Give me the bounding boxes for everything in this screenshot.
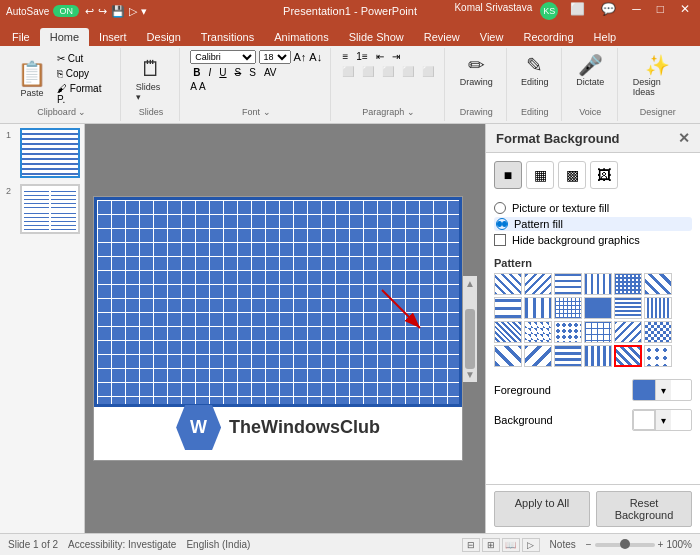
undo-icon[interactable]: ↩ <box>85 5 94 18</box>
pattern-15[interactable] <box>554 321 582 343</box>
underline-button[interactable]: U <box>216 66 229 79</box>
italic-button[interactable]: I <box>206 66 215 79</box>
pattern-r2[interactable] <box>524 345 552 367</box>
pattern-6[interactable] <box>644 273 672 295</box>
tab-recording[interactable]: Recording <box>513 28 583 46</box>
fill-gradient-icon-btn[interactable]: ▦ <box>526 161 554 189</box>
pattern-5[interactable] <box>614 273 642 295</box>
zoom-track[interactable] <box>595 543 655 547</box>
bold-button[interactable]: B <box>190 66 203 79</box>
reset-background-button[interactable]: Reset Background <box>596 491 692 527</box>
close-button[interactable]: ✕ <box>676 2 694 20</box>
pattern-17[interactable] <box>614 321 642 343</box>
tab-insert[interactable]: Insert <box>89 28 137 46</box>
bullets-button[interactable]: ≡ <box>339 50 351 63</box>
zoom-thumb[interactable] <box>620 539 630 549</box>
pattern-18[interactable] <box>644 321 672 343</box>
charspacing-button[interactable]: AV <box>261 66 280 79</box>
pattern-2[interactable] <box>524 273 552 295</box>
radio-pattern-fill[interactable] <box>496 218 508 230</box>
tab-help[interactable]: Help <box>584 28 627 46</box>
pattern-3[interactable] <box>554 273 582 295</box>
pattern-12[interactable] <box>644 297 672 319</box>
tab-animations[interactable]: Animations <box>264 28 338 46</box>
present-icon[interactable]: ▷ <box>129 5 137 18</box>
zoom-out-button[interactable]: − <box>586 539 592 550</box>
maximize-button[interactable]: □ <box>653 2 668 20</box>
font-size-select[interactable]: 18 <box>259 50 291 64</box>
font-family-select[interactable]: Calibri <box>190 50 255 64</box>
columns-button[interactable]: ⬜ <box>419 65 437 78</box>
slide-2-thumbnail[interactable] <box>20 184 80 234</box>
pattern-8[interactable] <box>524 297 552 319</box>
align-right-button[interactable]: ⬜ <box>379 65 397 78</box>
tab-transitions[interactable]: Transitions <box>191 28 264 46</box>
cut-button[interactable]: ✂ Cut <box>54 52 112 65</box>
format-painter-button[interactable]: 🖌 Format P. <box>54 82 112 106</box>
autosave-toggle[interactable]: ON <box>53 5 79 17</box>
increase-font-button[interactable]: A↑ <box>294 51 307 63</box>
dropdown-icon[interactable]: ▾ <box>141 5 147 18</box>
reading-view-button[interactable]: 📖 <box>502 538 520 552</box>
canvas-scrollbar[interactable]: ▲ ▼ <box>463 276 477 382</box>
foreground-dropdown-icon[interactable]: ▾ <box>655 380 671 400</box>
align-left-button[interactable]: ⬜ <box>339 65 357 78</box>
pattern-1[interactable] <box>494 273 522 295</box>
radio-picture-texture[interactable] <box>494 202 506 214</box>
editing-button[interactable]: ✎ Editing <box>516 50 554 90</box>
pattern-16[interactable] <box>584 321 612 343</box>
shadow-button[interactable]: S <box>246 66 259 79</box>
drawing-button[interactable]: ✏ Drawing <box>455 50 498 90</box>
pattern-9[interactable] <box>554 297 582 319</box>
normal-view-button[interactable]: ⊟ <box>462 538 480 552</box>
pattern-4[interactable] <box>584 273 612 295</box>
pattern-r4[interactable] <box>584 345 612 367</box>
pattern-13[interactable] <box>494 321 522 343</box>
share-button[interactable]: ⬜ <box>566 2 589 20</box>
decrease-font-button[interactable]: A↓ <box>309 51 322 63</box>
pattern-7[interactable] <box>494 297 522 319</box>
new-slide-button[interactable]: 🗒 Slides ▾ <box>131 53 172 105</box>
tab-view[interactable]: View <box>470 28 514 46</box>
slideshow-button[interactable]: ▷ <box>522 538 540 552</box>
tab-home[interactable]: Home <box>40 28 89 46</box>
pattern-r6[interactable] <box>644 345 672 367</box>
apply-to-all-button[interactable]: Apply to All <box>494 491 590 527</box>
foreground-color-picker[interactable]: ▾ <box>632 379 692 401</box>
save-icon[interactable]: 💾 <box>111 5 125 18</box>
background-dropdown-icon[interactable]: ▾ <box>655 410 671 430</box>
pattern-r5[interactable] <box>614 345 642 367</box>
strikethrough-button[interactable]: S <box>232 66 245 79</box>
fill-pattern-icon-btn[interactable]: ▩ <box>558 161 586 189</box>
panel-close-button[interactable]: ✕ <box>678 130 690 146</box>
numbering-button[interactable]: 1≡ <box>353 50 370 63</box>
increase-indent-button[interactable]: ⇥ <box>389 50 403 63</box>
slide-sorter-button[interactable]: ⊞ <box>482 538 500 552</box>
background-color-picker[interactable]: ▾ <box>632 409 692 431</box>
tab-review[interactable]: Review <box>414 28 470 46</box>
slide-main[interactable]: W TheWindowsClub <box>93 196 463 461</box>
justify-button[interactable]: ⬜ <box>399 65 417 78</box>
zoom-in-button[interactable]: + <box>658 539 664 550</box>
tab-design[interactable]: Design <box>137 28 191 46</box>
minimize-button[interactable]: ─ <box>628 2 645 20</box>
notes-button[interactable]: Notes <box>546 539 580 550</box>
tab-slideshow[interactable]: Slide Show <box>339 28 414 46</box>
align-center-button[interactable]: ⬜ <box>359 65 377 78</box>
dictate-button[interactable]: 🎤 Dictate <box>571 50 609 90</box>
decrease-indent-button[interactable]: ⇤ <box>373 50 387 63</box>
fill-picture-icon-btn[interactable]: 🖼 <box>590 161 618 189</box>
comments-icon[interactable]: 💬 <box>597 2 620 20</box>
scroll-down-icon[interactable]: ▼ <box>465 369 475 382</box>
redo-icon[interactable]: ↪ <box>98 5 107 18</box>
slide-1-thumbnail[interactable] <box>20 128 80 178</box>
pattern-r1[interactable] <box>494 345 522 367</box>
pattern-14[interactable] <box>524 321 552 343</box>
pattern-r3[interactable] <box>554 345 582 367</box>
checkbox-hide-background[interactable] <box>494 234 506 246</box>
scroll-up-icon[interactable]: ▲ <box>465 276 475 289</box>
paste-button[interactable]: 📋 Paste <box>12 57 52 101</box>
fill-solid-icon-btn[interactable]: ■ <box>494 161 522 189</box>
design-ideas-button[interactable]: ✨ Design Ideas <box>628 50 688 100</box>
tab-file[interactable]: File <box>2 28 40 46</box>
